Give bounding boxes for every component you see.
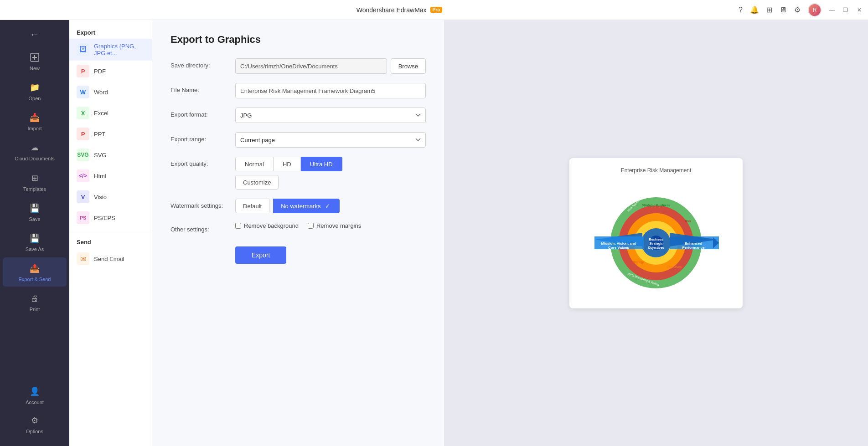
- middle-item-excel[interactable]: X Excel: [69, 103, 152, 123]
- excel-icon: X: [77, 107, 89, 119]
- file-name-input[interactable]: [235, 83, 426, 98]
- sidebar-item-templates[interactable]: ⊞ Templates: [3, 167, 67, 196]
- quality-buttons-group: Normal HD Ultra HD: [235, 157, 426, 171]
- sidebar-item-saveas[interactable]: 💾 Save As: [3, 227, 67, 256]
- display-button[interactable]: 🖥: [780, 6, 787, 14]
- middle-item-pdf[interactable]: P PDF: [69, 61, 152, 82]
- export-range-label: Export range:: [170, 132, 230, 143]
- sidebar-item-new[interactable]: New: [3, 46, 67, 76]
- export-btn-control: Export: [235, 242, 426, 264]
- close-button[interactable]: ✕: [856, 7, 863, 13]
- export-button[interactable]: Export: [235, 246, 286, 264]
- file-name-row: File Name:: [170, 83, 426, 98]
- middle-item-html[interactable]: </> Html: [69, 165, 152, 186]
- sidebar-item-cloud[interactable]: ☁ Cloud Documents: [3, 137, 67, 166]
- middle-item-visio[interactable]: V Visio: [69, 186, 152, 207]
- sidebar-bottom: 👤 Account ⚙ Options: [0, 377, 69, 442]
- minimize-button[interactable]: —: [829, 7, 835, 13]
- preview-panel: Enterprise Risk Management: [444, 20, 868, 446]
- middle-item-word[interactable]: W Word: [69, 82, 152, 103]
- grid-icon: ⊞: [766, 5, 772, 14]
- account-icon: 👤: [28, 385, 41, 398]
- titlebar: Wondershare EdrawMax Pro ? 🔔 ⊞ 🖥 ⚙ R — ❐…: [0, 0, 868, 20]
- middle-panel: Export 🖼 Graphics (PNG, JPG et... P PDF …: [69, 20, 152, 446]
- open-label: Open: [29, 96, 41, 101]
- notifications-button[interactable]: 🔔: [750, 5, 759, 14]
- save-directory-input[interactable]: [235, 58, 387, 74]
- middle-item-graphics[interactable]: 🖼 Graphics (PNG, JPG et...: [69, 39, 152, 61]
- templates-icon: ⊞: [28, 172, 41, 185]
- display-icon: 🖥: [780, 6, 787, 14]
- preview-card: Enterprise Risk Management: [569, 158, 743, 308]
- middle-item-svg[interactable]: SVG SVG: [69, 144, 152, 165]
- watermark-label: Watermark settings:: [170, 199, 230, 209]
- sidebar-item-export[interactable]: 📤 Export & Send: [3, 257, 67, 287]
- middle-item-ppt[interactable]: P PPT: [69, 123, 152, 144]
- remove-margins-checkbox[interactable]: [308, 223, 314, 229]
- svg-icon: SVG: [77, 149, 89, 161]
- sidebar-item-open[interactable]: 📁 Open: [3, 77, 67, 106]
- settings-button[interactable]: ⚙: [794, 5, 801, 14]
- save-directory-label: Save directory:: [170, 58, 230, 69]
- help-icon: ?: [739, 6, 743, 14]
- sidebar-item-import[interactable]: 📥 Import: [3, 107, 67, 136]
- svg-text:Objectives: Objectives: [667, 265, 682, 269]
- svg-text:Enhanced: Enhanced: [685, 241, 702, 246]
- print-icon: 🖨: [28, 292, 41, 305]
- import-label: Import: [27, 126, 41, 131]
- svg-text:Strategic: Strategic: [649, 242, 663, 246]
- ppt-icon: P: [77, 128, 89, 140]
- save-label: Save: [29, 216, 40, 222]
- watermark-default-button[interactable]: Default: [235, 199, 269, 213]
- visio-icon: V: [77, 190, 89, 203]
- maximize-button[interactable]: ❐: [842, 7, 849, 13]
- left-sidebar: ← New 📁 Open 📥 Import ☁ Cloud Documents …: [0, 20, 69, 446]
- quality-ultrahd-button[interactable]: Ultra HD: [301, 157, 342, 171]
- avatar[interactable]: R: [808, 3, 822, 17]
- watermark-buttons-group: Default No watermarks ✓: [235, 199, 426, 213]
- svg-text:Core Values: Core Values: [608, 246, 629, 250]
- pdf-icon: P: [77, 65, 89, 77]
- export-range-select[interactable]: Current page All pages Selected shapes: [235, 132, 426, 148]
- remove-background-label[interactable]: Remove background: [235, 222, 299, 229]
- sidebar-item-account[interactable]: 👤 Account: [3, 380, 67, 410]
- sidebar-item-save[interactable]: 💾 Save: [3, 197, 67, 226]
- help-button[interactable]: ?: [739, 6, 743, 14]
- save-directory-row: Save directory: Browse: [170, 58, 426, 74]
- middle-item-pseps[interactable]: PS PS/EPS: [69, 207, 152, 228]
- svg-text:Risk: Risk: [685, 220, 691, 223]
- watermark-none-button[interactable]: No watermarks ✓: [273, 199, 340, 213]
- export-format-row: Export format: JPG PNG BMP GIF TIFF SVG: [170, 108, 426, 123]
- customize-button[interactable]: Customize: [235, 175, 279, 190]
- html-label: Html: [94, 173, 106, 179]
- pdf-label: PDF: [94, 68, 106, 75]
- watermark-none-label: No watermarks: [281, 203, 320, 210]
- middle-item-sendemail[interactable]: ✉ Send Email: [69, 248, 152, 269]
- checkboxes-group: Remove background Remove margins: [235, 222, 426, 229]
- diagram-preview: Mission, Vision, and Core Values Enhance…: [579, 179, 734, 297]
- graphics-icon: 🖼: [77, 43, 89, 56]
- options-icon: ⚙: [28, 414, 41, 427]
- word-icon: W: [77, 86, 89, 98]
- open-icon: 📁: [28, 81, 41, 94]
- sidebar-item-back[interactable]: ←: [3, 24, 67, 46]
- account-label: Account: [26, 400, 44, 405]
- browse-button[interactable]: Browse: [391, 58, 426, 74]
- sidebar-item-print[interactable]: 🖨 Print: [3, 287, 67, 317]
- main-content: Export to Graphics Save directory: Brows…: [152, 20, 868, 446]
- options-label: Options: [26, 429, 43, 434]
- remove-margins-label[interactable]: Remove margins: [308, 222, 361, 229]
- app-title: Wondershare EdrawMax: [356, 6, 427, 14]
- remove-background-checkbox[interactable]: [235, 223, 241, 229]
- export-format-select[interactable]: JPG PNG BMP GIF TIFF SVG: [235, 108, 426, 123]
- quality-normal-button[interactable]: Normal: [235, 157, 274, 171]
- html-icon: </>: [77, 169, 89, 182]
- quality-hd-button[interactable]: HD: [274, 157, 301, 171]
- svg-text:Mission, Vision, and: Mission, Vision, and: [601, 241, 636, 246]
- apps-button[interactable]: ⊞: [766, 5, 772, 14]
- export-range-control: Current page All pages Selected shapes: [235, 132, 426, 148]
- sidebar-item-options[interactable]: ⚙ Options: [3, 410, 67, 439]
- file-name-control: [235, 83, 426, 98]
- export-icon: 📤: [28, 262, 41, 275]
- export-format-label: Export format:: [170, 108, 230, 118]
